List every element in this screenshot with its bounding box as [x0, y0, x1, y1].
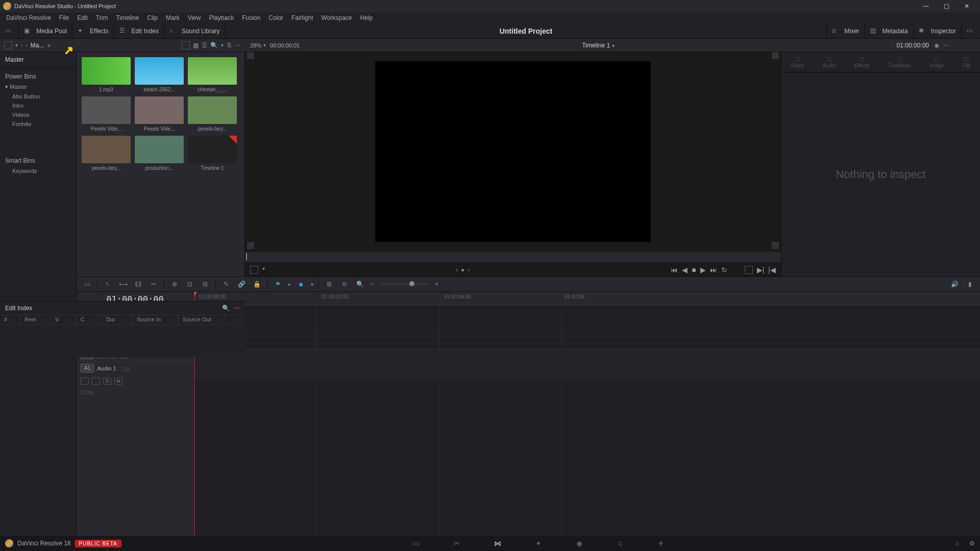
clip-item[interactable]: cheetah_-_... [188, 57, 237, 92]
view-thumb-icon[interactable] [182, 41, 190, 49]
bin-item[interactable]: Fortnite [0, 119, 76, 129]
menu-davinci-resolve[interactable]: DaVinci Resolve [2, 14, 55, 21]
marker-icon[interactable]: ✎ [221, 279, 231, 289]
fullscreen-icon[interactable] [745, 266, 753, 274]
close-button[interactable]: ✕ [957, 0, 977, 12]
color-page-button[interactable]: ◉ [574, 539, 584, 547]
sound-library-button[interactable]: ♪Sound Library [164, 23, 226, 38]
a-lock-icon[interactable] [81, 378, 89, 385]
next-frame-button[interactable]: ⏭ [710, 266, 717, 274]
marker2-icon[interactable]: ◆ [296, 279, 306, 289]
maximize-button[interactable]: ▢ [936, 0, 957, 12]
clip-item[interactable]: pexels-tary... [82, 136, 131, 171]
overwrite-icon[interactable]: ⊡ [185, 279, 195, 289]
breadcrumb[interactable]: Ma... [31, 42, 44, 49]
clip-item[interactable]: beach-2562... [135, 57, 184, 92]
master-bin[interactable]: Master [0, 52, 76, 68]
view-grid-icon[interactable]: ▦ [193, 42, 199, 49]
menu-playback[interactable]: Playback [205, 14, 238, 21]
clip-item[interactable]: production... [135, 136, 184, 171]
media-page-button[interactable]: ▭ [411, 539, 421, 547]
minimize-button[interactable]: — [916, 0, 936, 12]
clip-item[interactable]: Timeline 1 [188, 136, 237, 171]
bin-item[interactable]: Master [0, 82, 76, 92]
zoom-in-icon[interactable]: 🔍 [355, 279, 365, 289]
out-point-icon[interactable] [772, 242, 779, 249]
fairlight-page-button[interactable]: ♫ [615, 539, 625, 547]
transform-icon[interactable] [250, 266, 258, 274]
inspector-tab-audio[interactable]: ▢Audio [822, 56, 836, 68]
back-button[interactable]: ‹ [21, 42, 22, 48]
clip-item[interactable]: Pexels Vide... [135, 96, 184, 132]
timeline-ruler[interactable]: 01:00:00:0001:00:02:0001:00:04:0001:00:0… [194, 292, 980, 307]
next-clip-button[interactable]: ▶| [757, 266, 765, 274]
timeline-name[interactable]: Timeline 1 [582, 42, 610, 49]
flag-icon[interactable]: ⚑ [273, 279, 283, 289]
deliver-page-button[interactable]: ✈ [656, 539, 666, 547]
solo-button[interactable]: S [103, 378, 111, 385]
power-bins-header[interactable]: Power Bins [0, 71, 76, 82]
search-dropdown-icon[interactable]: ▾ [221, 42, 224, 48]
clip-thumbnail[interactable] [188, 96, 237, 124]
video-track[interactable] [194, 336, 980, 349]
menu-mark[interactable]: Mark [162, 14, 184, 21]
clip-thumbnail[interactable] [135, 96, 184, 124]
sidebar-toggle[interactable] [4, 41, 12, 49]
clip-thumbnail[interactable] [135, 57, 184, 85]
inspector-button[interactable]: ✱Inspector [913, 23, 961, 38]
zoom-dropdown-icon[interactable]: ▾ [263, 42, 266, 48]
fusion-page-button[interactable]: ✦ [533, 539, 544, 547]
forward-button[interactable]: › [26, 42, 27, 48]
smart-bins-header[interactable]: Smart Bins [0, 155, 76, 166]
clip-thumbnail[interactable] [82, 96, 131, 124]
arrow-tool[interactable]: ↖ [103, 279, 113, 289]
clip-thumbnail[interactable] [188, 136, 237, 163]
metadata-button[interactable]: ▤Metadata [865, 23, 913, 38]
snap-icon[interactable]: ⊞ [324, 279, 334, 289]
replace-icon[interactable]: ⊟ [200, 279, 210, 289]
audio-monitor-icon[interactable]: 🔊 [949, 279, 960, 289]
viewer-more-icon[interactable]: ⋯ [943, 42, 949, 49]
clip-thumbnail[interactable] [135, 136, 184, 163]
viewer-screen[interactable] [375, 61, 651, 242]
bin-item[interactable]: Keywords [0, 166, 76, 176]
effects-button[interactable]: ✦Effects [72, 23, 114, 38]
ei-column[interactable]: # [0, 315, 20, 324]
inspector-tab-file[interactable]: ▢File [963, 56, 971, 68]
menu-timeline[interactable]: Timeline [112, 14, 143, 21]
clip-thumbnail[interactable] [188, 57, 237, 85]
jump-end-icon[interactable] [772, 52, 779, 59]
first-frame-button[interactable]: ⏮ [671, 266, 678, 274]
menu-clip[interactable]: Clip [143, 14, 162, 21]
inspector-tab-image[interactable]: ▢Image [929, 56, 944, 68]
menu-fusion[interactable]: Fusion [238, 14, 264, 21]
ei-column[interactable]: Source In [133, 315, 179, 324]
sort-icon[interactable]: ⇅ [227, 42, 232, 49]
audio-track-header[interactable]: A1 Audio 1 2.0 S M 0 Clip [77, 361, 193, 392]
stop-button[interactable]: ■ [692, 266, 696, 274]
zoom-slider[interactable] [379, 283, 430, 285]
menu-fairlight[interactable]: Fairlight [287, 14, 317, 21]
timeline-body[interactable]: 01:00:00:0001:00:02:0001:00:04:0001:00:0… [194, 292, 980, 536]
ei-more-icon[interactable]: ⋯ [234, 305, 240, 312]
a1-badge[interactable]: A1 [81, 364, 94, 372]
loop-button[interactable]: ↻ [721, 266, 727, 274]
timeline-view-icon[interactable]: ▭ [82, 279, 92, 289]
blade-tool[interactable]: ✂ [149, 279, 159, 289]
edit-index-button[interactable]: ☰Edit Index [114, 23, 164, 38]
next-edit-icon[interactable]: › [468, 266, 470, 273]
inspector-tab-transition[interactable]: ▢Transition [889, 56, 911, 68]
ei-column[interactable]: Source Out [179, 315, 225, 324]
insert-icon[interactable]: ⊕ [169, 279, 180, 289]
prev-frame-button[interactable]: ◀ [682, 266, 688, 274]
link-icon[interactable]: 🔗 [236, 279, 247, 289]
scrubber[interactable] [245, 252, 781, 262]
clip-item[interactable]: pexels-tary... [188, 96, 237, 132]
current-frame-icon[interactable]: ● [461, 266, 464, 273]
mixer-button[interactable]: ⎚Mixer [826, 23, 864, 38]
view-list-icon[interactable]: ☰ [202, 42, 207, 49]
menu-view[interactable]: View [184, 14, 205, 21]
zoom-level[interactable]: 28% [250, 42, 261, 48]
bin-item[interactable]: Intro [0, 101, 76, 110]
dynamic-trim-tool[interactable]: ⟪⟫ [133, 279, 143, 289]
